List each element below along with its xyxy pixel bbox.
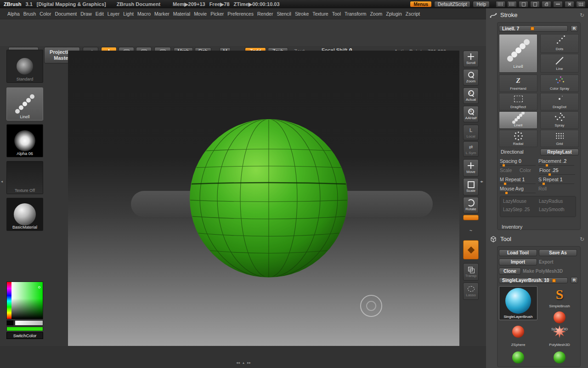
stroke-color-slider[interactable]: Color xyxy=(520,167,538,175)
stroke-type-grid[interactable]: Grid xyxy=(540,130,579,147)
menu-color[interactable]: Color xyxy=(40,11,51,17)
panel-collapse-arrows[interactable]: ◂▸ xyxy=(480,179,483,184)
aahalf-button[interactable]: ½AAHalf xyxy=(463,106,479,122)
lock-icon-button[interactable] xyxy=(542,1,551,7)
edit-active-indicator[interactable] xyxy=(463,215,479,220)
menu-transform[interactable]: Transform xyxy=(345,11,366,17)
note-icon-button[interactable] xyxy=(519,1,528,7)
stroke-refresh-icon[interactable]: ↻ xyxy=(580,12,584,18)
stroke-lazymouse-button[interactable]: LazyMouse xyxy=(503,199,537,206)
stroke-type-linell[interactable]: Linell xyxy=(499,111,537,129)
menu-alpha[interactable]: Alpha xyxy=(7,11,20,17)
tool-r-button[interactable]: R xyxy=(571,277,578,283)
zoom-button[interactable]: Zoom xyxy=(463,69,479,86)
menu-preferences[interactable]: Preferences xyxy=(227,11,254,17)
replay-last-button[interactable]: ReplayLast xyxy=(540,149,579,155)
stroke-placement-slider[interactable]: Placement.2 xyxy=(538,158,576,166)
scroll-right-icon[interactable]: ▸▸ xyxy=(247,361,251,365)
menu-stroke[interactable]: Stroke xyxy=(295,11,309,17)
rotate-button[interactable]: Rotate xyxy=(463,197,479,213)
switch-color-button[interactable]: SwitchColor xyxy=(6,332,43,339)
mixer-icon-button[interactable] xyxy=(507,1,517,7)
scroll-button[interactable]: Scroll xyxy=(463,51,479,67)
tool-palette-header[interactable]: Tool xyxy=(490,236,511,242)
tool-import-button[interactable]: Import xyxy=(499,259,537,265)
directional-button[interactable]: Directional xyxy=(501,149,524,155)
menu-material[interactable]: Material xyxy=(173,11,190,17)
transp-button[interactable]: Transp xyxy=(463,263,479,281)
menu-stencil[interactable]: Stencil xyxy=(277,11,291,17)
stroke-type-dots[interactable]: Dots xyxy=(540,34,579,53)
menus-button[interactable]: Menus xyxy=(410,1,432,7)
sliders-icon-button[interactable] xyxy=(496,1,505,7)
color-picker[interactable] xyxy=(6,282,43,319)
menu-zscript[interactable]: Zscript xyxy=(406,11,420,17)
stroke-size-slider[interactable]: Linell. 7 xyxy=(499,25,568,32)
lasso-button[interactable]: Lasso xyxy=(463,282,479,300)
menu-document[interactable]: Document xyxy=(55,11,77,17)
menu-macro[interactable]: Macro xyxy=(137,11,151,17)
curve-indicator[interactable]: ~ xyxy=(463,224,479,237)
tool-export-button[interactable]: Export xyxy=(539,259,577,265)
current-color-bar[interactable] xyxy=(6,327,43,331)
menu-layer[interactable]: Layer xyxy=(107,11,119,17)
default-zscript-button[interactable]: DefaultZScript xyxy=(434,1,470,7)
stroke-type-freehand[interactable]: ZFreeHand xyxy=(499,75,537,92)
stroke-mouse-avg-slider[interactable]: Mouse Avg xyxy=(500,186,537,194)
stroke-palette-header[interactable]: Stroke xyxy=(490,12,518,18)
stroke-floor-slider[interactable]: Floor.25 xyxy=(539,167,577,175)
stroke-lazysmooth-button[interactable]: LazySmooth xyxy=(539,207,573,214)
help-button[interactable]: Help xyxy=(473,1,490,7)
tool-clone-button[interactable]: Clone xyxy=(499,268,521,275)
stroke-scale-slider[interactable]: Scale xyxy=(500,167,519,175)
stroke-type-color-spray[interactable]: Color Spray xyxy=(540,75,579,92)
minimize-icon-button[interactable] xyxy=(553,1,563,7)
texture-thumb[interactable]: Texture Off xyxy=(6,161,43,194)
lsym-button[interactable]: ⇄L.Sym xyxy=(463,141,479,157)
stroke-type-dragrect[interactable]: DragRect xyxy=(499,93,537,110)
menu-brush[interactable]: Brush xyxy=(23,11,36,17)
stroke-type-radial[interactable]: Radial xyxy=(499,130,537,147)
tool-load-tool-button[interactable]: Load Tool xyxy=(499,249,537,256)
stroke-s-repeat-slider[interactable]: S Repeat1 xyxy=(538,177,576,184)
stroke-r-button[interactable]: R xyxy=(571,25,578,32)
left-tray-collapse-arrow[interactable]: ◂ xyxy=(1,179,2,184)
menu-tool[interactable]: Tool xyxy=(332,11,341,17)
stroke-spacing-slider[interactable]: Spacing0 xyxy=(500,158,537,166)
stroke-roll-slider[interactable]: Roll xyxy=(538,186,576,194)
saturation-value-area[interactable] xyxy=(11,282,43,319)
document-canvas[interactable] xyxy=(68,51,459,346)
stroke-lazyradius-button[interactable]: LazyRadius xyxy=(539,199,573,206)
material-thumb[interactable]: BasicMaterial xyxy=(6,198,43,231)
tool-size-slider[interactable]: SingleLayerBrush. 10 xyxy=(499,277,568,283)
stroke-m-repeat-slider[interactable]: M Repeat1 xyxy=(500,177,537,184)
gradient-swatch[interactable] xyxy=(15,320,43,326)
actual-button[interactable]: 1Actual xyxy=(463,87,479,104)
stroke-type-line[interactable]: Line xyxy=(540,54,579,73)
menu-picker[interactable]: Picker xyxy=(210,11,224,17)
move-button[interactable]: Move xyxy=(463,159,479,177)
sphere-3d-model[interactable] xyxy=(189,119,348,278)
menu-light[interactable]: Light xyxy=(123,11,134,17)
tool-item-singlelayerbrush[interactable]: SingleLayerBrush xyxy=(499,286,537,320)
menu-zplugin[interactable]: Zplugin xyxy=(386,11,401,17)
tool-save-as-button[interactable]: Save As xyxy=(539,249,577,256)
palette-icon-button[interactable] xyxy=(530,1,540,7)
linell-brush-thumb[interactable]: Linell xyxy=(6,87,43,121)
standard-brush-thumb[interactable]: Standard xyxy=(6,50,43,83)
menu-movie[interactable]: Movie xyxy=(194,11,207,17)
scroll-left-icon[interactable]: ◂◂ xyxy=(236,361,240,365)
menu-render[interactable]: Render xyxy=(257,11,273,17)
tool-item-pm3d-sphere3d[interactable]: PM3D_Sphere3D· xyxy=(540,349,579,368)
tool-refresh-icon[interactable]: ↻ xyxy=(580,236,584,242)
menu-zoom[interactable]: Zoom xyxy=(370,11,382,17)
layout-icon-button[interactable] xyxy=(576,1,586,7)
hue-strip[interactable] xyxy=(7,282,11,319)
alpha-thumb[interactable]: Alpha 06 xyxy=(6,124,43,157)
frame-button[interactable] xyxy=(463,240,479,259)
stroke-type-spray[interactable]: Spray xyxy=(540,111,579,129)
scale-button[interactable]: Scale xyxy=(463,178,479,196)
tool-make-polymesh3d-button[interactable]: Make PolyMesh3D xyxy=(523,268,577,275)
menu-draw[interactable]: Draw xyxy=(80,11,92,17)
tool-size-marker[interactable] xyxy=(552,279,556,282)
